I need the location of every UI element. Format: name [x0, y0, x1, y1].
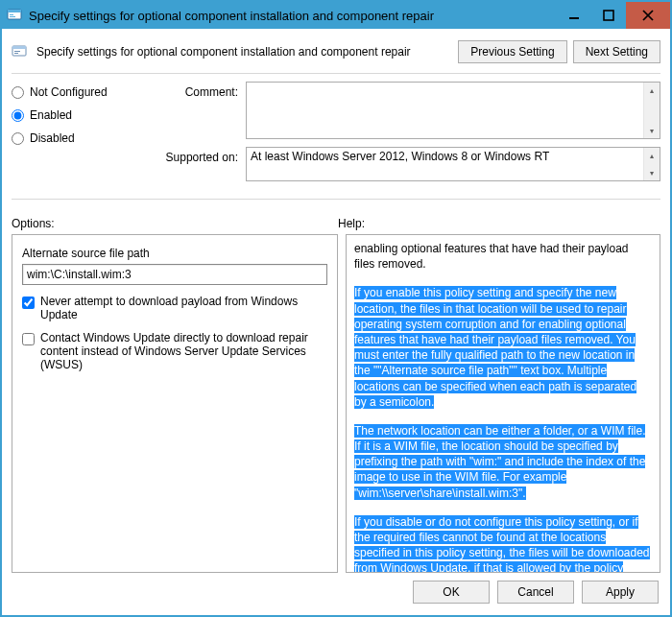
fields-col: Comment: ▴ ▾ Supported on: ▴ [157, 82, 660, 189]
footer-buttons: OK Cancel Apply [12, 573, 660, 605]
minimize-button[interactable] [557, 2, 591, 29]
columns: Alternate source file path Never attempt… [12, 234, 660, 573]
radio-label: Enabled [30, 108, 72, 122]
svg-rect-9 [12, 46, 26, 49]
options-pane: Alternate source file path Never attempt… [12, 234, 338, 573]
help-text: enabling optional features that have had… [354, 242, 629, 271]
help-text-selected: If you enable this policy setting and sp… [354, 286, 636, 408]
help-header: Help: [338, 217, 365, 230]
comment-scrollbar[interactable]: ▴ ▾ [643, 83, 660, 138]
never-download-label: Never attempt to download payload from W… [40, 295, 327, 321]
svg-rect-11 [14, 53, 18, 54]
settings-row: Not Configured Enabled Disabled Comment: [12, 82, 660, 189]
help-text-selected: If you disable or do not configure this … [354, 515, 650, 573]
help-text-selected: The network location can be either a fol… [354, 424, 645, 500]
radio-not-configured-input[interactable] [12, 86, 24, 99]
nav-buttons: Previous Setting Next Setting [458, 40, 660, 63]
divider [12, 73, 660, 74]
app-icon [6, 7, 23, 24]
previous-setting-button[interactable]: Previous Setting [458, 40, 566, 63]
never-download-check[interactable]: Never attempt to download payload from W… [22, 295, 327, 321]
alt-source-input[interactable] [22, 264, 327, 285]
svg-rect-10 [14, 51, 20, 52]
state-radios: Not Configured Enabled Disabled [12, 82, 146, 189]
window-controls [557, 2, 670, 29]
apply-button[interactable]: Apply [582, 581, 659, 604]
comment-textarea[interactable] [247, 83, 643, 138]
contact-wu-check[interactable]: Contact Windows Update directly to downl… [22, 331, 327, 371]
comment-wrap: ▴ ▾ [246, 82, 660, 139]
radio-not-configured[interactable]: Not Configured [12, 85, 146, 99]
supported-label: Supported on: [157, 147, 246, 164]
svg-rect-4 [569, 17, 579, 19]
radio-disabled[interactable]: Disabled [12, 131, 146, 145]
close-button[interactable] [626, 2, 670, 29]
titlebar[interactable]: Specify settings for optional component … [2, 2, 670, 29]
never-download-checkbox[interactable] [22, 297, 35, 309]
scroll-down-icon[interactable]: ▾ [644, 123, 660, 138]
supported-textarea [247, 148, 643, 180]
scroll-down-icon[interactable]: ▾ [644, 165, 660, 180]
contact-wu-label: Contact Windows Update directly to downl… [40, 331, 327, 371]
help-pane[interactable]: enabling optional features that have had… [346, 234, 660, 573]
supported-scrollbar[interactable]: ▴ ▾ [643, 148, 660, 180]
scroll-up-icon[interactable]: ▴ [644, 83, 660, 98]
content-area: Specify settings for optional component … [2, 29, 670, 615]
window-frame: Specify settings for optional component … [0, 0, 672, 617]
scroll-up-icon[interactable]: ▴ [644, 148, 660, 163]
svg-rect-3 [10, 16, 15, 17]
cancel-button[interactable]: Cancel [497, 581, 574, 604]
options-header: Options: [12, 217, 55, 230]
alt-source-label: Alternate source file path [22, 247, 327, 260]
ok-button[interactable]: OK [413, 581, 490, 604]
svg-rect-5 [604, 11, 613, 20]
header-row: Specify settings for optional component … [12, 36, 660, 71]
divider [12, 199, 660, 200]
window-title: Specify settings for optional component … [29, 9, 557, 23]
columns-header: Options: Help: [12, 217, 660, 230]
policy-icon [12, 43, 29, 60]
radio-enabled[interactable]: Enabled [12, 108, 146, 122]
maximize-button[interactable] [591, 2, 626, 29]
header-text: Specify settings for optional component … [36, 45, 450, 59]
supported-row: Supported on: ▴ ▾ [157, 147, 660, 181]
radio-label: Not Configured [30, 85, 108, 99]
svg-rect-2 [10, 14, 13, 15]
radio-label: Disabled [30, 131, 75, 145]
radio-enabled-input[interactable] [12, 109, 24, 122]
radio-disabled-input[interactable] [12, 132, 24, 145]
svg-rect-1 [8, 10, 21, 12]
supported-wrap: ▴ ▾ [246, 147, 660, 181]
contact-wu-checkbox[interactable] [22, 333, 35, 345]
next-setting-button[interactable]: Next Setting [573, 40, 660, 63]
comment-row: Comment: ▴ ▾ [157, 82, 660, 139]
comment-label: Comment: [157, 82, 246, 99]
